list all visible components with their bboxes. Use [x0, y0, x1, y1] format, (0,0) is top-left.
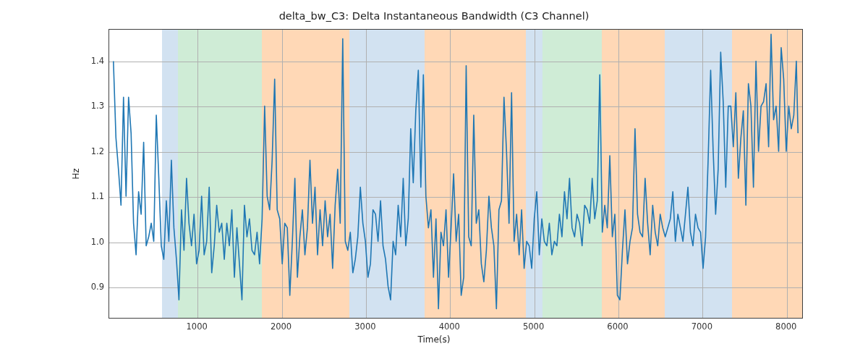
x-tick-label: 1000	[187, 321, 208, 332]
figure: delta_bw_C3: Delta Instantaneous Bandwid…	[0, 0, 868, 362]
y-axis-label: Hz	[71, 168, 81, 179]
x-tick-label: 2000	[271, 321, 292, 332]
y-tick-label: 0.9	[91, 282, 104, 292]
y-tick-label: 1.4	[91, 56, 104, 66]
y-tick-label: 1.3	[91, 101, 104, 111]
y-tick-label: 1.1	[91, 191, 104, 201]
x-tick-label: 7000	[692, 321, 712, 332]
line-plot	[109, 30, 802, 318]
x-tick-label: 6000	[607, 321, 628, 332]
y-tick-label: 1.0	[91, 237, 104, 247]
x-tick-label: 8000	[775, 321, 796, 332]
x-tick-label: 4000	[439, 321, 460, 332]
y-tick-label: 1.2	[91, 146, 104, 156]
x-tick-label: 5000	[523, 321, 544, 332]
x-tick-label: 3000	[354, 321, 375, 332]
x-axis-label: Time(s)	[0, 334, 868, 345]
plot-axes	[109, 29, 803, 319]
chart-title: delta_bw_C3: Delta Instantaneous Bandwid…	[0, 10, 868, 22]
